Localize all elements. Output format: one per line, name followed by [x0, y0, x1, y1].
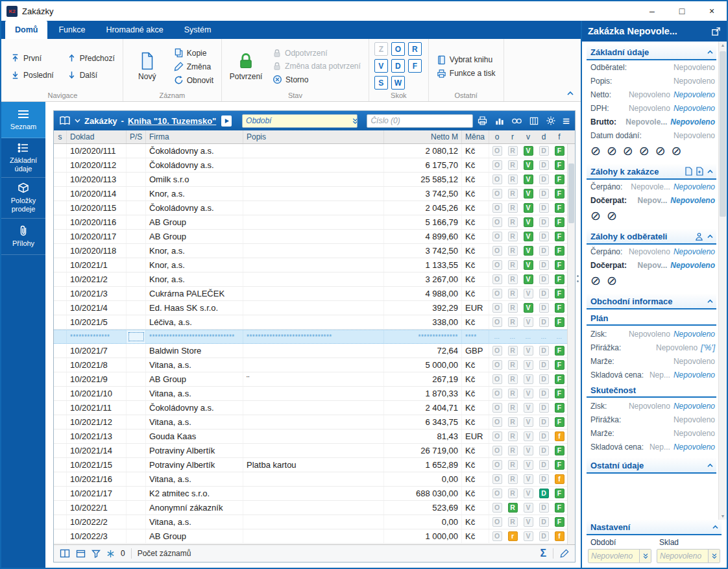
- tab-funkce[interactable]: Funkce: [49, 21, 95, 39]
- warehouse-select-dropdown-icon[interactable]: [708, 550, 720, 563]
- table-row[interactable]: 10/2021/8 Vitana, a.s. 5 000,00 Kč ORVDF: [54, 358, 567, 372]
- table-row[interactable]: 10/2021/2 Knor, a.s. 3 267,00 Kč ORVDF: [54, 272, 567, 287]
- tab-domu[interactable]: Domů: [5, 21, 47, 39]
- table-row[interactable]: 10/2022/3 AB Group 1 000,00 Kč OrVDf: [54, 529, 567, 544]
- table-row[interactable]: 10/2022/1 Anonymní zákazník 523,69 Kč OR…: [54, 501, 567, 515]
- last-button[interactable]: Poslední: [8, 67, 56, 83]
- chevron-up-icon[interactable]: [707, 298, 714, 304]
- table-row[interactable]: ************** *************************…: [54, 330, 567, 344]
- skok-V-button[interactable]: V: [374, 59, 388, 73]
- sidebar-item-prilohy[interactable]: Přílohy: [1, 219, 45, 255]
- table-row[interactable]: 10/2020/115 Čokoládovny a.s. 2 045,26 Kč…: [54, 201, 567, 215]
- period-select-dropdown-icon[interactable]: [639, 550, 651, 563]
- unconfirm-button[interactable]: Odpotvrzení: [270, 48, 363, 58]
- table-row[interactable]: 10/2021/11 Čokoládovny a.s. 2 404,71 Kč …: [54, 401, 567, 415]
- asterisk-icon[interactable]: [106, 550, 115, 558]
- table-row[interactable]: 10/2020/111 Čokoládovny a.s. 2 080,12 Kč…: [54, 144, 567, 158]
- table-row[interactable]: 10/2021/16 Vitana, a.s. 0,00 Kč ORVDf: [54, 472, 567, 487]
- table-row[interactable]: 10/2020/117 AB Group 4 899,60 Kč ORVDF: [54, 230, 567, 244]
- previous-button[interactable]: Předchozí: [64, 51, 117, 66]
- column-header-ps[interactable]: P/S: [127, 130, 146, 143]
- period-select-input[interactable]: [588, 551, 639, 561]
- storno-button[interactable]: Storno: [270, 74, 363, 85]
- close-button[interactable]: ×: [697, 1, 727, 21]
- section-header-zalohy-k-odberateli[interactable]: Zálohy k odběrateli: [587, 229, 716, 245]
- edit-pencil-icon[interactable]: [560, 549, 569, 558]
- column-header-netto[interactable]: Netto M: [384, 130, 462, 143]
- new-button[interactable]: Nový: [128, 52, 166, 81]
- section-header-obchodni-informace[interactable]: Obchodní informace: [587, 294, 716, 309]
- skok-O-button[interactable]: O: [391, 42, 405, 56]
- change-button[interactable]: Změna: [171, 61, 216, 72]
- refresh-button[interactable]: Obnovit: [171, 75, 216, 86]
- number-search-input[interactable]: [367, 115, 473, 127]
- chart-icon[interactable]: [494, 116, 505, 126]
- column-header-mena[interactable]: Měna: [462, 130, 489, 143]
- table-row[interactable]: 10/2021/15 Potraviny Albertík Platba kar…: [54, 458, 567, 472]
- change-confirm-date-button[interactable]: Změna data potvrzení: [270, 61, 363, 71]
- skok-Z-button[interactable]: Z: [374, 42, 388, 56]
- minimize-button[interactable]: –: [637, 1, 667, 21]
- skok-F-button[interactable]: F: [408, 59, 422, 73]
- table-row[interactable]: 10/2020/118 Knor, a.s. 3 742,50 Kč ORVDF: [54, 244, 567, 258]
- next-book-button[interactable]: [221, 115, 232, 127]
- book-link[interactable]: Kniha "10. Tuzemsko": [128, 116, 216, 126]
- layout-icon[interactable]: [60, 549, 70, 558]
- warehouse-select-input[interactable]: [657, 551, 708, 561]
- column-header-d[interactable]: d: [536, 130, 552, 143]
- column-header-firma[interactable]: Firma: [146, 130, 243, 143]
- splitter-handle[interactable]: [577, 275, 579, 282]
- sum-icon[interactable]: Σ: [540, 548, 546, 559]
- maximize-button[interactable]: □: [667, 1, 697, 21]
- section-header-zakladni-udaje[interactable]: Základní údaje: [587, 45, 716, 60]
- sidebar-item-zakladni-udaje[interactable]: Základní údaje: [1, 138, 45, 178]
- table-row[interactable]: 10/2020/116 AB Group 5 166,79 Kč ORVDF: [54, 215, 567, 230]
- columns-icon[interactable]: [529, 116, 539, 126]
- print-icon[interactable]: [477, 115, 488, 126]
- table-row[interactable]: 10/2022/2 Vitana, a.s. 0,00 Kč ORVDF: [54, 515, 567, 529]
- section-header-zalohy-k-zakazce[interactable]: Zálohy k zakázce: [587, 164, 716, 180]
- copy-button[interactable]: Kopie: [171, 47, 216, 58]
- customer-icon[interactable]: [695, 232, 703, 241]
- grid-scrollbar[interactable]: [567, 144, 575, 544]
- advance-doc-plus-icon[interactable]: [696, 167, 703, 176]
- filter-icon[interactable]: [91, 550, 101, 558]
- select-book-button[interactable]: Vybrat knihu: [434, 54, 498, 66]
- table-row[interactable]: 10/2021/5 Léčiva, a.s. 338,00 Kč ORVDF: [54, 315, 567, 330]
- window-icon[interactable]: [76, 550, 86, 558]
- skok-R-button[interactable]: R: [408, 42, 422, 56]
- skok-W-button[interactable]: W: [391, 76, 405, 90]
- gear-icon[interactable]: [546, 115, 556, 126]
- table-row[interactable]: 10/2021/9 AB Group ¨ 267,19 Kč ORVDF: [54, 372, 567, 387]
- functions-print-button[interactable]: Funkce a tisk: [434, 68, 498, 79]
- table-row[interactable]: 10/2021/12 Vitana, a.s. 6 343,75 Kč ORVD…: [54, 415, 567, 430]
- column-header-v[interactable]: v: [520, 130, 536, 143]
- grid-scrollbar-thumb[interactable]: [568, 163, 574, 223]
- table-row[interactable]: 10/2021/13 Gouda Kaas 81,43 EUR ORVDf: [54, 430, 567, 444]
- skok-D-button[interactable]: D: [391, 59, 405, 73]
- column-header-popis[interactable]: Popis: [243, 130, 384, 143]
- collapse-ribbon-button[interactable]: [566, 90, 574, 96]
- open-book-icon[interactable]: [59, 115, 71, 126]
- tab-hromadne-akce[interactable]: Hromadné akce: [96, 21, 173, 39]
- table-row[interactable]: 10/2021/10 Vitana, a.s. 1 870,33 Kč ORVD…: [54, 387, 567, 401]
- table-row[interactable]: 10/2021/17 K2 atmitec s.r.o. 688 030,00 …: [54, 487, 567, 501]
- chevron-up-icon[interactable]: [707, 49, 714, 54]
- popout-icon[interactable]: [711, 27, 721, 36]
- chevron-up-icon[interactable]: [707, 234, 714, 239]
- first-button[interactable]: První: [8, 51, 56, 66]
- period-filter-input[interactable]: [243, 115, 350, 127]
- table-row[interactable]: 10/2020/113 Omilk s.r.o 25 585,12 Kč ORV…: [54, 173, 567, 187]
- table-row[interactable]: 10/2020/112 Čokoládovny a.s. 6 175,70 Kč…: [54, 158, 567, 173]
- table-row[interactable]: 10/2021/14 Potraviny Albertík 26 719,00 …: [54, 444, 567, 458]
- chevron-up-icon[interactable]: [707, 169, 714, 174]
- sidebar-item-seznam[interactable]: Seznam: [1, 102, 45, 138]
- grid-menu-icon[interactable]: ≡: [563, 115, 570, 127]
- advance-doc-icon[interactable]: [685, 167, 692, 176]
- table-row[interactable]: 10/2021/3 Cukrárna PALEČEK 4 988,00 Kč O…: [54, 287, 567, 301]
- section-header-ostatni-udaje[interactable]: Ostatní údaje: [587, 458, 716, 474]
- column-header-s[interactable]: s: [54, 130, 67, 143]
- table-row[interactable]: 10/2021/7 Baldwin Store 72,64 GBP ORVDF: [54, 344, 567, 358]
- chevron-up-icon[interactable]: [707, 463, 714, 468]
- column-header-r[interactable]: r: [505, 130, 520, 143]
